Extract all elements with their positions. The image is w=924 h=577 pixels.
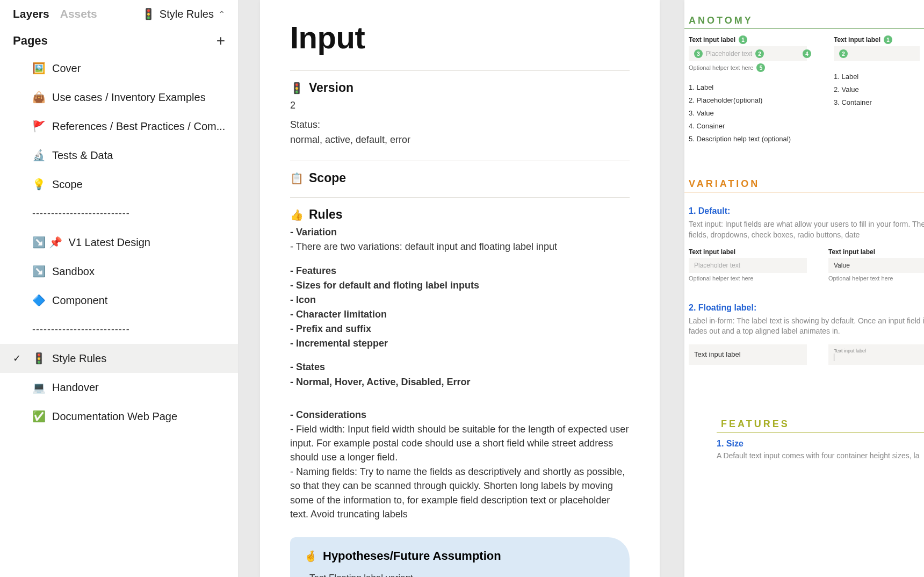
clipboard-icon: 📋	[290, 172, 304, 185]
anatomy-left-col: Text input label 1 3 Placeholder text 2 …	[689, 35, 807, 146]
rules-line: - Prefix and suffix	[290, 322, 630, 336]
page-icon: 💻	[32, 381, 46, 394]
page-label: Documentation Web Page	[52, 410, 177, 423]
page-icon: 💡	[32, 178, 46, 191]
page-label: Cover	[52, 62, 81, 75]
rules-line: - Incremental stepper	[290, 336, 630, 350]
page-icon: 🖼️	[32, 62, 46, 75]
rules-heading: 👍 Rules	[290, 207, 630, 222]
rules-line	[290, 399, 630, 407]
page-item[interactable]: 🔷Component	[0, 286, 238, 315]
rules-line: - Icon	[290, 293, 630, 307]
page-label: Tests & Data	[52, 149, 113, 162]
badge-1-icon: 1	[884, 35, 892, 44]
helper-text: Optional helper text here	[828, 275, 924, 282]
scope-label: Scope	[309, 171, 346, 185]
anatomy-input-mock: 3 Placeholder text 2 4	[689, 46, 807, 61]
page-item[interactable]: 💡Scope	[0, 170, 238, 199]
variation-floating-left: Text input label	[689, 344, 807, 365]
badge-4-icon: 4	[803, 49, 811, 58]
frame-style-rules-doc[interactable]: Input 🚦 Version 2 Status: normal, active…	[260, 0, 660, 577]
anatomy-helper: Optional helper text here	[689, 64, 753, 71]
page-item[interactable]: 👜Use cases / Inventory Examples	[0, 83, 238, 112]
input-mock: Value	[828, 258, 924, 273]
float-input-mock: Text input label	[689, 344, 807, 365]
page-label: References / Best Practices / Com...	[52, 120, 225, 133]
rules-body: - Variation- There are two variations: d…	[290, 225, 630, 521]
page-icon: 👜	[32, 91, 46, 104]
badge-2-icon: 2	[839, 49, 848, 58]
anatomy-input-mock-right: 2	[834, 46, 920, 61]
rules-line: - Naming fields: Try to name the fields …	[290, 465, 630, 521]
doc-title: Input	[290, 19, 630, 55]
divider	[290, 70, 630, 71]
page-item[interactable]: 🔬Tests & Data	[0, 141, 238, 170]
variation-default-desc: Text input: Input fields are what allow …	[689, 219, 924, 240]
hypotheses-label: Hypotheses/Future Assumption	[323, 549, 501, 563]
anatomy-list-item: 1. Label	[689, 82, 807, 93]
badge-2-icon: 2	[755, 49, 764, 58]
float-top-label: Text input label	[834, 348, 924, 354]
divider	[290, 197, 630, 198]
tab-layers[interactable]: Layers	[13, 8, 49, 20]
page-icon: 🚦	[32, 352, 46, 365]
page-icon: ↘️ 📌	[32, 236, 62, 249]
anatomy-list-left: 1. Label2. Placeholder(optional)3. Value…	[689, 82, 807, 145]
check-icon: ✓	[13, 352, 21, 364]
variation-default-left: Text input label Placeholder text Option…	[689, 248, 807, 282]
page-item[interactable]: ✅Documentation Web Page	[0, 402, 238, 431]
left-sidebar: Layers Assets 🚦 Style Rules ⌃ Pages + 🖼️…	[0, 0, 239, 577]
current-page-selector[interactable]: 🚦 Style Rules ⌃	[142, 8, 225, 20]
anatomy-title: ANOTOMY	[684, 15, 924, 29]
variation-label: Text input label	[828, 248, 924, 256]
anatomy-input-label-right: Text input label	[834, 36, 880, 44]
badge-5-icon: 5	[756, 63, 765, 72]
tab-assets[interactable]: Assets	[60, 8, 97, 20]
variation-default-heading: 1. Default:	[689, 206, 924, 216]
pages-title: Pages	[13, 34, 48, 48]
section-features: FEATURES 1. Size A Default text input co…	[684, 419, 924, 461]
version-value: 2	[290, 98, 630, 112]
anatomy-list-right: 1. Label2. Value3. Container	[834, 71, 920, 109]
helper-text: Optional helper text here	[689, 275, 807, 282]
features-size-heading: 1. Size	[717, 439, 924, 449]
page-item[interactable]: ↘️ 📌V1 Latest Design	[0, 228, 238, 257]
anatomy-list-item: 2. Placeholder(optional)	[689, 95, 807, 106]
placeholder-text: Placeholder text	[694, 262, 740, 269]
page-item[interactable]: ↘️Sandbox	[0, 257, 238, 286]
page-divider: --------------------------	[0, 315, 238, 344]
page-item[interactable]: 🖼️Cover	[0, 54, 238, 83]
rules-line: - Character limitation	[290, 307, 630, 321]
page-divider: --------------------------	[0, 199, 238, 228]
rules-line: - Sizes for default and floting label in…	[290, 278, 630, 292]
page-icon: ↘️	[32, 265, 46, 278]
rules-line: - Variation	[290, 225, 630, 239]
page-label: Handover	[52, 381, 99, 394]
rules-line: - Normal, Hover, Active, Disabled, Error	[290, 375, 630, 389]
rules-line: - Field width: Input field width should …	[290, 422, 630, 464]
page-item[interactable]: 🚩References / Best Practices / Com...	[0, 112, 238, 141]
thumbs-up-icon: 👍	[290, 208, 304, 221]
anatomy-right-col: Text input label 1 2 1. Label2. Value3. …	[834, 35, 920, 146]
pages-header: Pages +	[0, 29, 238, 54]
float-input-mock-active: Text input label	[828, 344, 924, 365]
cursor-icon	[834, 354, 834, 361]
add-page-button[interactable]: +	[216, 33, 225, 48]
sidebar-top-row: Layers Assets 🚦 Style Rules ⌃	[0, 8, 238, 29]
rules-line: - States	[290, 360, 630, 374]
rules-line: - Features	[290, 264, 630, 278]
traffic-light-icon: 🚦	[290, 82, 304, 95]
page-item[interactable]: 💻Handover	[0, 373, 238, 402]
float-label: Text input label	[694, 350, 802, 358]
chevron-up-icon: ⌃	[218, 9, 225, 19]
page-label: Style Rules	[52, 352, 106, 365]
canvas[interactable]: Input 🚦 Version 2 Status: normal, active…	[239, 0, 924, 577]
page-item[interactable]: ✓🚦Style Rules	[0, 344, 238, 373]
scope-heading: 📋 Scope	[290, 171, 630, 185]
rules-line	[290, 351, 630, 359]
section-variation: VARIATION 1. Default: Text input: Input …	[684, 178, 924, 364]
callout-hypotheses: 🤞 Hypotheses/Future Assumption - Test Fl…	[290, 537, 630, 577]
rules-line	[290, 254, 630, 263]
frame-spec-sheet[interactable]: ANOTOMY Text input label 1 3 Placeholder…	[684, 0, 924, 577]
rules-label: Rules	[309, 207, 343, 222]
